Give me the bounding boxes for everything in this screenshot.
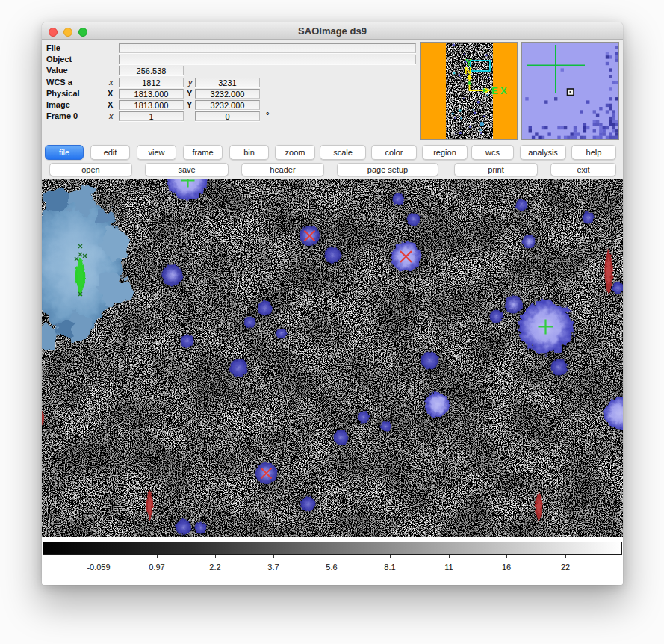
svg-text:N: N bbox=[465, 65, 471, 76]
svg-text:X: X bbox=[500, 85, 507, 96]
svg-text:E: E bbox=[491, 85, 498, 96]
